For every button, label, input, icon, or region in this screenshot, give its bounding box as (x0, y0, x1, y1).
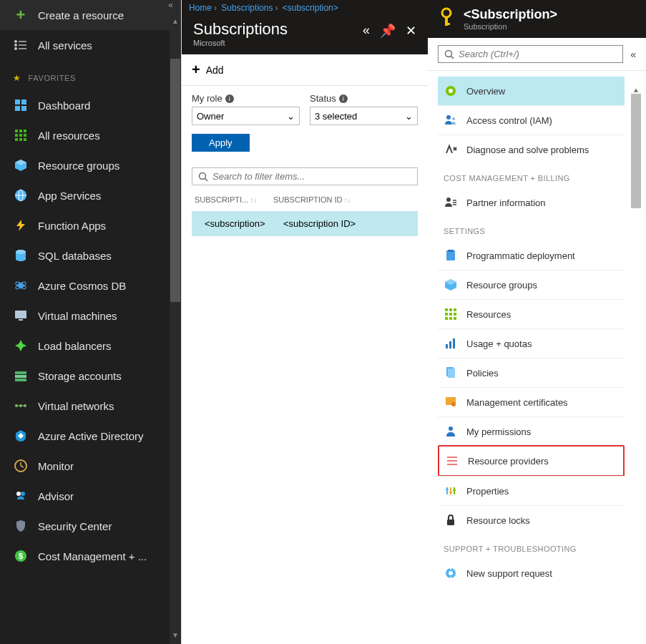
add-button[interactable]: + Add (182, 54, 428, 86)
menu-item-new-support-request[interactable]: New support request (438, 559, 625, 587)
svg-point-44 (442, 9, 451, 17)
sidebar-item-label: Resource groups (38, 160, 119, 172)
menu-item-my-permissions[interactable]: My permissions (438, 416, 625, 446)
breadcrumb-current[interactable]: <subscription> (283, 3, 338, 13)
sidebar-item-sql-databases[interactable]: SQL databases (0, 240, 181, 270)
sort-icon[interactable]: ↑↓ (250, 196, 257, 204)
apply-button[interactable]: Apply (192, 134, 250, 152)
sidebar-item-advisor[interactable]: Advisor (0, 481, 181, 511)
sidebar-item-azure-cosmos-db[interactable]: Azure Cosmos DB (0, 270, 181, 301)
svg-rect-56 (445, 308, 448, 311)
menu-item-diagnose-and-solve-problems[interactable]: Diagnose and solve problems (438, 135, 625, 164)
res-icon (444, 307, 458, 321)
grid-icon (14, 128, 28, 142)
collapse-nav-icon[interactable]: « (168, 0, 173, 10)
sidebar-item-app-services[interactable]: App Services (0, 180, 181, 210)
monitor-icon (14, 308, 28, 323)
breadcrumb-subs[interactable]: Subscriptions (221, 3, 273, 13)
sidebar-item-label: Azure Cosmos DB (38, 280, 126, 292)
sidebar-item-all-resources[interactable]: All resources (0, 120, 181, 150)
info-icon[interactable]: i (339, 94, 348, 103)
role-select[interactable]: Owner ⌄ (192, 107, 300, 125)
sidebar-item-virtual-machines[interactable]: Virtual machines (0, 301, 181, 331)
search-icon (444, 49, 454, 59)
sidebar-item-label: Function Apps (38, 220, 106, 232)
sidebar-item-resource-groups[interactable]: Resource groups (0, 150, 181, 180)
svg-rect-46 (445, 23, 450, 25)
svg-point-0 (15, 41, 17, 43)
svg-point-84 (449, 571, 453, 575)
scroll-thumb[interactable] (170, 59, 180, 302)
svg-rect-32 (15, 379, 26, 381)
breadcrumb-home[interactable]: Home (189, 3, 212, 13)
status-select[interactable]: 3 selected ⌄ (310, 107, 418, 125)
filter-search[interactable] (192, 167, 418, 185)
menu-item-resource-providers[interactable]: Resource providers (438, 445, 625, 477)
diagnose-icon (444, 142, 458, 157)
sidebar-item-cost-management-[interactable]: $Cost Management + ... (0, 541, 181, 571)
menu-item-properties[interactable]: Properties (438, 476, 625, 505)
menu-item-programmatic-deployment[interactable]: Programmatic deployment (438, 241, 625, 270)
sidebar-item-security-center[interactable]: Security Center (0, 511, 181, 541)
sidebar-item-storage-accounts[interactable]: Storage accounts (0, 361, 181, 391)
svg-point-42 (200, 172, 206, 179)
svg-point-72 (449, 426, 453, 431)
menu-item-policies[interactable]: Policies (438, 358, 625, 387)
menu-item-usage-quotas[interactable]: Usage + quotas (438, 328, 625, 358)
info-icon[interactable]: i (225, 94, 234, 103)
svg-rect-81 (453, 489, 456, 491)
detail-search-input[interactable] (459, 49, 617, 59)
menu-item-label: Resource providers (468, 456, 549, 467)
detail-search[interactable] (438, 45, 623, 63)
svg-rect-82 (447, 519, 454, 525)
collapse-blade-icon[interactable]: « (363, 23, 370, 39)
scroll-thumb[interactable] (631, 94, 641, 208)
cube-icon (14, 158, 28, 172)
my-role-label: My role (192, 93, 222, 104)
scroll-up-icon[interactable]: ▲ (170, 17, 181, 30)
sidebar-item-dashboard[interactable]: Dashboard (0, 90, 181, 120)
sidebar-item-load-balancers[interactable]: Load balancers (0, 331, 181, 361)
menu-item-label: Access control (IAM) (466, 115, 552, 126)
chevron-down-icon: ⌄ (287, 111, 295, 122)
menu-item-access-control-iam-[interactable]: Access control (IAM) (438, 105, 625, 135)
sidebar-item-label: Virtual machines (38, 310, 117, 322)
create-resource-link[interactable]: + Create a resource (0, 0, 181, 30)
settings-section-header: SETTINGS (438, 217, 625, 241)
detail-scrollbar[interactable]: ▲ (629, 86, 643, 644)
filter-input[interactable] (212, 171, 411, 182)
table-row[interactable]: <subscription> <subscription ID> (192, 211, 418, 236)
menu-item-resource-groups[interactable]: Resource groups (438, 270, 625, 299)
svg-line-48 (451, 56, 454, 59)
globe-icon (14, 188, 28, 203)
svg-rect-54 (446, 250, 455, 260)
menu-item-label: Diagnose and solve problems (466, 145, 589, 155)
svg-rect-79 (446, 489, 449, 490)
favorites-label: FAVORITES (29, 74, 76, 82)
sidebar-item-monitor[interactable]: Monitor (0, 451, 181, 481)
col-subscription-id[interactable]: SUBSCRIPTION ID (273, 195, 343, 204)
sidebar-item-function-apps[interactable]: Function Apps (0, 210, 181, 240)
scroll-down-icon[interactable]: ▼ (170, 631, 181, 644)
svg-rect-62 (445, 317, 448, 320)
sidebar-item-virtual-networks[interactable]: Virtual networks (0, 391, 181, 421)
svg-point-47 (446, 50, 452, 57)
close-icon[interactable]: ✕ (406, 23, 416, 39)
pin-icon[interactable]: 📌 (380, 23, 396, 39)
menu-item-resource-locks[interactable]: Resource locks (438, 505, 625, 535)
policy-icon (444, 366, 458, 380)
svg-rect-66 (449, 341, 451, 348)
menu-item-management-certificates[interactable]: Management certificates (438, 387, 625, 416)
nav-scrollbar[interactable]: ▲ ▼ (170, 17, 181, 644)
sort-icon[interactable]: ↑↓ (344, 196, 351, 204)
col-subscription[interactable]: SUBSCRIPTI... (195, 195, 248, 204)
menu-item-overview[interactable]: Overview (438, 77, 625, 105)
scroll-up-icon[interactable]: ▲ (629, 86, 643, 94)
svg-point-71 (451, 402, 456, 406)
all-services-link[interactable]: All services (0, 30, 181, 60)
collapse-detail-icon[interactable]: « (630, 49, 636, 60)
menu-item-partner-information[interactable]: Partner information (438, 188, 625, 217)
sidebar-item-azure-active-directory[interactable]: Azure Active Directory (0, 421, 181, 451)
menu-item-resources[interactable]: Resources (438, 299, 625, 328)
bolt-icon (14, 218, 28, 233)
